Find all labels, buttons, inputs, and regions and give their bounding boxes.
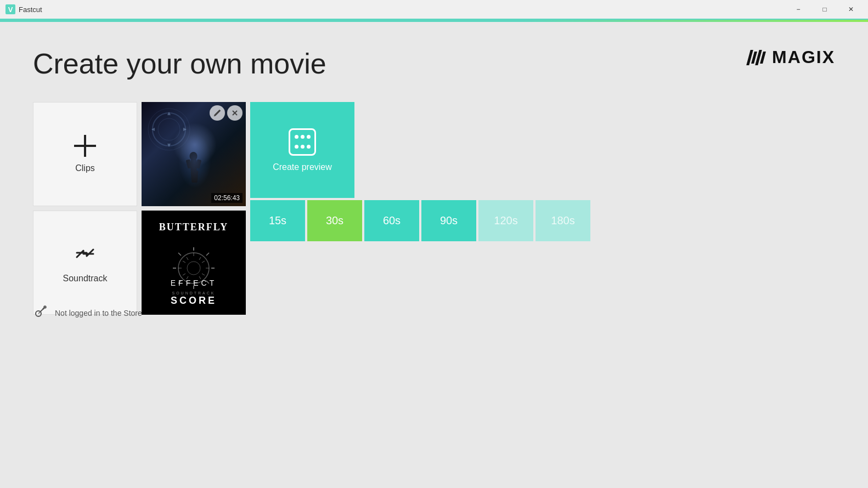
status-text: Not logged in to the Store [55,309,142,317]
svg-line-19 [206,253,209,256]
dice-dot [307,135,311,139]
svg-point-34 [187,262,200,275]
duration-15s-button[interactable]: 15s [250,200,305,241]
magix-stripes-icon [748,50,764,65]
app-logo-icon: V [5,4,15,14]
clips-card[interactable]: Clips [33,102,137,206]
dice-dot [301,135,305,139]
video-timestamp: 02:56:43 [211,193,243,203]
bottom-thumbnails-row: BUTTERFLY [142,211,248,317]
minimize-button[interactable]: − [786,1,811,18]
svg-line-28 [183,261,185,263]
window-close-button[interactable]: ✕ [838,1,864,18]
soundtrack-title: BUTTERFLY [142,222,246,233]
x-icon [232,110,238,116]
dice-dot [307,145,311,149]
guitar-icon [33,304,48,322]
svg-line-36 [43,308,44,309]
video-card[interactable]: 02:56:43 [142,102,246,206]
soundtrack-score-small: SOUNDTRACK [171,291,217,295]
duration-90s-button[interactable]: 90s [421,200,476,241]
duration-180s-button[interactable]: 180s [536,200,590,241]
status-bar: Not logged in to the Store [33,304,142,322]
dice-dot [301,145,305,149]
svg-point-3 [158,118,180,140]
scene-glow [178,133,211,188]
titlebar: V Fastcut − □ ✕ [0,0,868,20]
soundtrack-score: SOUNDTRACK SCORE [171,291,217,307]
soundtrack-label: Soundtrack [63,274,108,283]
left-cards: Clips Soundtrack [33,102,139,317]
svg-line-38 [38,311,41,314]
soundtrack-score-large: SCORE [171,295,217,306]
plus-icon [74,135,96,157]
duration-120s-button[interactable]: 120s [478,200,533,241]
svg-line-27 [199,257,201,260]
swap-icon [74,242,97,267]
right-top: 02:56:43 [142,102,248,208]
right-area: 02:56:43 [142,102,248,317]
titlebar-left: V Fastcut [5,4,42,14]
dice-dot [295,135,298,139]
duration-60s-button[interactable]: 60s [364,200,419,241]
preview-area: Create preview 15s 30s 60s 90s 120s 180s [250,102,590,317]
create-preview-button[interactable]: Create preview [250,102,354,198]
svg-line-26 [187,257,188,260]
svg-line-29 [183,274,185,275]
magix-logo: MAGIX [748,47,835,67]
duration-30s-button[interactable]: 30s [307,200,362,241]
titlebar-controls: − □ ✕ [786,1,864,18]
page-title: Create your own movie [33,47,835,80]
dice-dot [295,145,298,149]
svg-text:V: V [8,5,13,14]
svg-line-18 [178,253,181,256]
soundtrack-card[interactable]: Soundtrack [33,211,137,315]
app-title: Fastcut [19,5,42,14]
effect-text: EFFECT [171,279,217,287]
remove-video-button[interactable] [227,105,243,121]
soundtrack-thumbnail-card[interactable]: BUTTERFLY [142,211,246,315]
duration-buttons-row: 15s 30s 60s 90s 120s 180s [250,200,590,241]
dice-icon [289,128,316,156]
svg-line-32 [202,261,205,263]
svg-line-33 [202,274,205,275]
maximize-button[interactable]: □ [812,1,837,18]
preview-label: Create preview [273,162,332,172]
main-content: MAGIX Create your own movie Clips So [0,20,868,333]
soundtrack-thumbnail: BUTTERFLY [142,211,246,315]
clips-label: Clips [75,163,95,173]
cards-container: Clips Soundtrack [33,102,835,317]
magix-logo-text: MAGIX [772,47,835,67]
pencil-icon [213,109,221,117]
edit-video-button[interactable] [210,105,225,121]
